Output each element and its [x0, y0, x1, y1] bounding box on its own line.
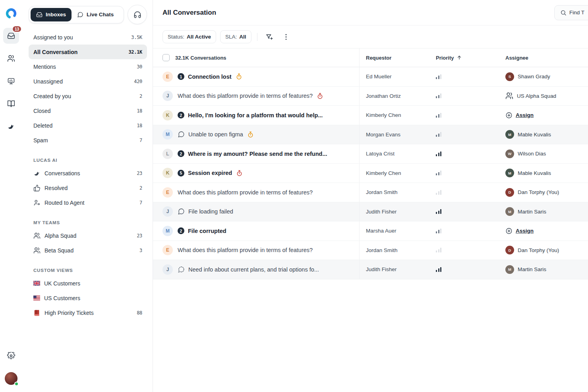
conversation-row[interactable]: MUnable to open figmaMorgan EvansMMable …: [153, 125, 588, 145]
sidebar-item-closed[interactable]: Closed18: [29, 103, 147, 118]
sidebar-item-count: 23: [137, 233, 142, 239]
priority-cell: [429, 202, 499, 221]
sidebar-item-label: Alpha Squad: [44, 233, 137, 239]
requestor-avatar: K: [162, 110, 173, 120]
assign-button[interactable]: Assign: [505, 227, 534, 235]
assignee-name: Wilson Dias: [518, 151, 546, 157]
conversation-row[interactable]: JNeed info about current plans, and tria…: [153, 260, 588, 279]
sidebar-item-us-customers[interactable]: US Customers: [29, 291, 147, 305]
conversation-subject: Unable to open figma: [188, 131, 243, 138]
sla-timer-icon: [236, 170, 243, 177]
conversation-row[interactable]: L2Where is my amount? Please send me the…: [153, 144, 588, 164]
sidebar-item-label: Conversations: [44, 170, 137, 177]
priority-high-indicator: [436, 151, 441, 156]
sidebar-item-label: Unassigned: [33, 78, 134, 85]
assignee-name: US Alpha Squad: [517, 93, 556, 99]
search-conversations-button[interactable]: [128, 5, 147, 24]
nav-reports-button[interactable]: [3, 73, 19, 89]
nav-knowledge-base-button[interactable]: [3, 96, 19, 112]
nav-inbox-button[interactable]: 13: [3, 28, 19, 44]
add-filter-button[interactable]: [263, 31, 276, 43]
red-notebook-icon: [33, 309, 41, 316]
requestor-name: Marsha Auer: [360, 221, 429, 241]
requestor-name: Jordan Smith: [360, 241, 429, 260]
find-button-label: Find T: [569, 10, 584, 16]
sidebar-item-label: Deleted: [33, 122, 137, 129]
sla-filter[interactable]: SLA: All: [220, 30, 251, 43]
toggle-inboxes[interactable]: Inboxes: [31, 8, 72, 21]
plus-circle-icon: [505, 112, 513, 119]
status-filter[interactable]: Status: All Active: [162, 30, 216, 43]
priority-low-indicator: [436, 190, 441, 195]
user-profile-button[interactable]: [3, 371, 19, 386]
section-title-lucas-ai: LUCAS AI: [33, 158, 142, 163]
sidebar-item-uk-customers[interactable]: UK Customers: [29, 276, 147, 291]
sidebar-item-alpha-squad[interactable]: Alpha Squad23: [29, 228, 147, 243]
conversation-subject: Where is my amount? Please send me the r…: [188, 151, 327, 157]
conversation-header-cell: 32.1K Conversations: [153, 49, 360, 67]
sidebar-item-deleted[interactable]: Deleted18: [29, 118, 147, 133]
assignee-cell: SShawn Grady: [499, 67, 588, 86]
conversations-table: 32.1K Conversations Requestor Priority A…: [153, 48, 588, 392]
sidebar-item-conversations[interactable]: Conversations23: [29, 166, 147, 180]
sidebar-item-resolved[interactable]: Resolved2: [29, 180, 147, 195]
conversation-cell: L2Where is my amount? Please send me the…: [153, 144, 360, 163]
column-header-assignee[interactable]: Assignee: [499, 49, 588, 67]
sla-filter-label: SLA:: [225, 34, 237, 40]
sidebar-item-count: 3.5K: [131, 35, 142, 40]
requestor-name: Ed Mueller: [360, 67, 429, 86]
sidebar-item-routed-to-agent[interactable]: Routed to Agent7: [29, 195, 147, 210]
sidebar-item-count: 32.1K: [128, 49, 142, 55]
priority-cell: [429, 125, 499, 144]
conversation-row[interactable]: M2File corruptedMarsha AuerAssign: [153, 221, 588, 241]
sidebar-item-spam[interactable]: Spam7: [29, 133, 147, 147]
sidebar-item-all-conversation[interactable]: All Conversation32.1K: [29, 45, 147, 59]
conversation-subject: What does this platform provide in terms…: [178, 247, 313, 253]
assignee-avatar: M: [505, 169, 514, 177]
assign-label: Assign: [516, 112, 534, 118]
column-header-requestor[interactable]: Requestor: [360, 49, 429, 67]
requestor-avatar: L: [162, 149, 173, 159]
select-all-checkbox[interactable]: [162, 54, 170, 61]
assignee-cell: MMable Kuvalis: [499, 164, 588, 183]
column-header-priority[interactable]: Priority: [429, 49, 499, 67]
lucas-ai-icon: [33, 170, 41, 177]
requestor-avatar: J: [162, 91, 173, 101]
sidebar-item-label: Mentions: [33, 64, 137, 70]
conversation-row[interactable]: JFile loading failedJudith FisherMMartin…: [153, 202, 588, 222]
sidebar: InboxesLive Chats Assigned to you3.5KAll…: [22, 0, 153, 392]
assign-button[interactable]: Assign: [505, 112, 534, 119]
conversation-subject: Connection lost: [188, 74, 232, 80]
toggle-live-chats[interactable]: Live Chats: [72, 8, 119, 21]
sidebar-item-created-by-you[interactable]: Created by you2: [29, 89, 147, 103]
more-options-button[interactable]: [280, 31, 292, 43]
sidebar-item-unassigned[interactable]: Unassigned420: [29, 74, 147, 89]
conversation-subject: Session expired: [188, 170, 232, 176]
find-button[interactable]: Find T: [554, 5, 588, 20]
assignee-cell: DDan Torphy (You): [499, 183, 588, 202]
sidebar-folder-list: Assigned to you3.5KAll Conversation32.1K…: [29, 30, 147, 147]
assignee-cell: MMartin Saris: [499, 260, 588, 279]
conversation-row[interactable]: K5Session expiredKimberly ChenMMable Kuv…: [153, 164, 588, 183]
sidebar-item-assigned-to-you[interactable]: Assigned to you3.5K: [29, 30, 147, 45]
conversation-row[interactable]: E1Connection lostEd MuellerSShawn Grady: [153, 67, 588, 87]
sidebar-item-count: 7: [139, 138, 142, 143]
conversation-cell: JWhat does this platform provide in term…: [153, 87, 360, 106]
conversation-cell: MUnable to open figma: [153, 125, 360, 144]
sidebar-item-beta-squad[interactable]: Beta Squad3: [29, 243, 147, 258]
team-icon: [505, 92, 513, 100]
sidebar-item-mentions[interactable]: Mentions30: [29, 59, 147, 74]
conversation-row[interactable]: EWhat does this platform provide in term…: [153, 183, 588, 202]
conversation-row[interactable]: EWhat does this platform provide in term…: [153, 241, 588, 260]
sidebar-item-high-priority-tickets[interactable]: High Priority Tickets88: [29, 305, 147, 320]
nav-contacts-button[interactable]: [3, 50, 19, 66]
nav-settings-button[interactable]: [3, 348, 19, 364]
conversation-cell: K5Session expired: [153, 164, 360, 183]
toggle-label: Live Chats: [87, 12, 114, 17]
conversation-row[interactable]: K2Hello, I'm looking for a platform that…: [153, 106, 588, 125]
priority-cell: [429, 67, 499, 86]
nav-lucas-ai-button[interactable]: [3, 118, 19, 134]
conversation-row[interactable]: JWhat does this platform provide in term…: [153, 87, 588, 106]
sla-timer-icon: [247, 131, 254, 138]
status-filter-label: Status:: [168, 34, 184, 40]
